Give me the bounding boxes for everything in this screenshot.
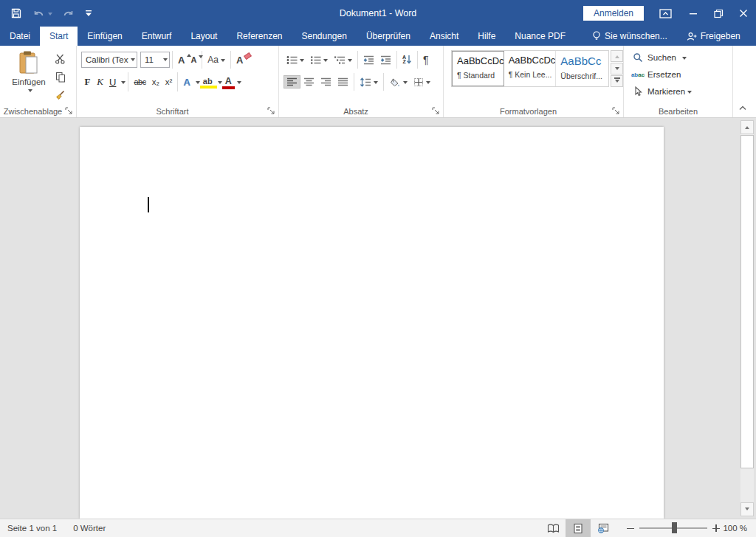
font-size-value: 11 [145, 55, 161, 64]
strikethrough-button[interactable]: abc [131, 75, 148, 89]
restore-button[interactable] [706, 0, 731, 27]
underline-button[interactable]: U [106, 75, 119, 90]
style-ueberschrift-1[interactable]: AaBbCc Überschrif... [556, 51, 608, 86]
styles-scroll-up-icon[interactable] [611, 50, 623, 62]
paint-bucket-icon [389, 77, 401, 87]
tab-hilfe[interactable]: Hilfe [468, 27, 505, 46]
find-button[interactable]: Suchen [631, 50, 729, 65]
tell-me-box[interactable]: Sie wünschen... [583, 27, 677, 46]
text-effects-button[interactable]: A [180, 75, 193, 90]
numbering-button[interactable] [307, 53, 331, 67]
bold-button[interactable]: F [81, 74, 94, 90]
word-count[interactable]: 0 Wörter [73, 524, 106, 533]
shading-button[interactable] [386, 75, 410, 89]
sign-in-button[interactable]: Anmelden [583, 6, 644, 21]
clear-formatting-button[interactable]: A [233, 52, 246, 68]
superscript-button[interactable]: x² [162, 75, 176, 89]
increase-indent-button[interactable] [377, 53, 394, 67]
zoom-slider-track[interactable] [639, 527, 707, 529]
font-dialog-launcher-icon[interactable] [267, 107, 275, 115]
cut-button[interactable] [52, 52, 69, 66]
document-page[interactable] [80, 127, 664, 519]
change-case-button[interactable]: Aa [205, 52, 228, 67]
shrink-font-button[interactable]: A [188, 53, 199, 66]
italic-button[interactable]: K [94, 74, 106, 90]
select-button[interactable]: Markieren [631, 84, 729, 99]
format-painter-icon [55, 90, 66, 100]
zoom-in-icon[interactable] [710, 522, 722, 534]
line-spacing-button[interactable] [357, 75, 381, 89]
grow-font-button[interactable]: A [175, 52, 188, 68]
tab-entwurf[interactable]: Entwurf [132, 27, 182, 46]
tab-start[interactable]: Start [40, 27, 78, 46]
share-label: Freigeben [701, 31, 740, 41]
styles-scroll-down-icon[interactable] [611, 63, 623, 75]
align-right-button[interactable] [317, 75, 334, 89]
ribbon-display-options-icon[interactable] [654, 0, 676, 27]
style-standard[interactable]: AaBbCcDc ¶ Standard [452, 51, 504, 86]
undo-dropdown-icon[interactable] [48, 13, 52, 18]
borders-button[interactable] [410, 75, 433, 89]
share-button[interactable]: Freigeben [677, 27, 750, 46]
tab-datei[interactable]: Datei [0, 27, 40, 46]
styles-more-icon[interactable] [611, 75, 623, 87]
style-kein-leerraum[interactable]: AaBbCcDc ¶ Kein Lee... [504, 51, 557, 86]
copy-icon [55, 72, 66, 83]
align-center-button[interactable] [300, 75, 317, 89]
format-painter-button[interactable] [52, 88, 69, 103]
tab-einfuegen[interactable]: Einfügen [78, 27, 131, 46]
subscript-button[interactable]: x₂ [149, 75, 162, 89]
tab-referenzen[interactable]: Referenzen [227, 27, 292, 46]
redo-icon[interactable] [63, 7, 75, 19]
page-indicator[interactable]: Seite 1 von 1 [7, 524, 57, 533]
paste-dropdown-icon[interactable] [28, 89, 32, 94]
vertical-scrollbar[interactable] [740, 120, 754, 516]
show-paragraph-marks-button[interactable]: ¶ [420, 52, 432, 68]
sort-button[interactable]: AZ [399, 52, 415, 67]
save-icon[interactable] [10, 7, 22, 19]
justify-button[interactable] [334, 75, 351, 89]
customize-quick-access-icon[interactable] [85, 10, 92, 17]
paragraph-dialog-launcher-icon[interactable] [432, 107, 440, 115]
align-left-button[interactable] [284, 75, 300, 89]
tab-ansicht[interactable]: Ansicht [420, 27, 468, 46]
replace-button[interactable]: abac Ersetzen [631, 67, 729, 82]
text-highlight-button[interactable]: ab [200, 75, 216, 89]
font-color-button[interactable]: A [222, 74, 235, 90]
lightbulb-icon [592, 31, 601, 41]
zoom-percentage[interactable]: 100 % [722, 524, 756, 533]
copy-button[interactable] [52, 69, 69, 85]
tab-nuance-pdf[interactable]: Nuance PDF [505, 27, 575, 46]
select-dropdown-icon[interactable] [687, 91, 692, 96]
scrollbar-thumb[interactable] [740, 135, 754, 468]
font-color-dropdown-icon[interactable] [237, 81, 241, 86]
scroll-down-icon[interactable] [740, 502, 754, 516]
scroll-up-icon[interactable] [740, 120, 754, 134]
print-layout-button[interactable] [566, 519, 591, 537]
find-dropdown-icon[interactable] [682, 57, 687, 62]
text-cursor [148, 197, 149, 212]
minimize-button[interactable] [681, 0, 706, 27]
multilevel-list-button[interactable] [331, 53, 355, 67]
bullets-button[interactable] [284, 53, 307, 67]
tab-layout[interactable]: Layout [181, 27, 227, 46]
decrease-indent-button[interactable] [360, 53, 377, 67]
paste-button[interactable]: Einfügen [9, 50, 49, 104]
undo-icon[interactable] [32, 7, 52, 19]
web-layout-button[interactable] [591, 519, 616, 537]
font-family-combobox[interactable]: Calibri (Textk [81, 52, 137, 68]
styles-dialog-launcher-icon[interactable] [612, 107, 620, 115]
group-styles: AaBbCcDc ¶ Standard AaBbCcDc ¶ Kein Lee.… [444, 46, 624, 117]
underline-dropdown-icon[interactable] [121, 81, 126, 86]
font-size-combobox[interactable]: 11 [140, 52, 170, 68]
tab-sendungen[interactable]: Sendungen [292, 27, 357, 46]
quick-access-toolbar [0, 7, 92, 19]
collapse-ribbon-icon[interactable] [738, 105, 751, 114]
clipboard-dialog-launcher-icon[interactable] [65, 107, 73, 115]
close-button[interactable] [731, 0, 756, 27]
tab-ueberpruefen[interactable]: Überprüfen [357, 27, 420, 46]
zoom-slider-handle[interactable] [672, 522, 677, 533]
zoom-out-icon[interactable] [625, 522, 636, 534]
select-cursor-icon [631, 86, 645, 97]
read-mode-button[interactable] [540, 519, 566, 537]
